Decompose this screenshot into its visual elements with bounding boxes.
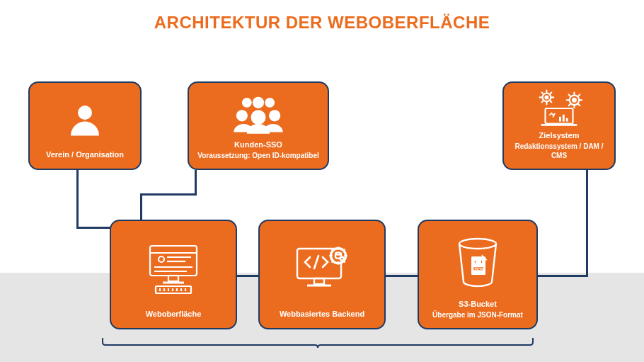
- svg-line-26: [578, 95, 580, 96]
- svg-point-5: [269, 111, 280, 122]
- svg-line-14: [550, 101, 551, 103]
- svg-point-4: [236, 111, 248, 122]
- svg-line-16: [550, 93, 551, 94]
- svg-line-25: [569, 104, 570, 106]
- svg-point-6: [251, 111, 266, 125]
- svg-rect-30: [563, 115, 565, 122]
- card-organisation: Verein / Organisation: [28, 81, 142, 170]
- bucket-json-icon: JSON: [427, 228, 528, 298]
- svg-line-24: [578, 104, 580, 106]
- svg-rect-50: [314, 278, 324, 284]
- card-label: Webbasiertes Backend: [280, 310, 364, 319]
- svg-point-1: [242, 98, 252, 108]
- card-label: Weboberfläche: [146, 310, 202, 319]
- svg-rect-39: [168, 276, 178, 281]
- card-label: Zielsystem: [539, 131, 580, 141]
- svg-line-15: [542, 101, 544, 103]
- connector: [140, 193, 197, 196]
- desktop-ui-icon: [120, 228, 227, 308]
- card-label: Kunden-SSO: [234, 140, 282, 150]
- diagram-stage: Verein / Organisation Kunden-SSO Vorauss…: [0, 0, 644, 362]
- svg-point-2: [265, 98, 275, 108]
- users-group-icon: [197, 90, 319, 139]
- svg-rect-29: [559, 117, 561, 122]
- svg-text:JSON: JSON: [473, 267, 483, 271]
- svg-rect-31: [566, 118, 568, 122]
- card-sublabel: Redaktionssystem / DAM / CMS: [512, 142, 606, 160]
- gears-laptop-icon: [512, 87, 606, 130]
- connector: [76, 170, 79, 227]
- svg-point-0: [78, 106, 92, 120]
- card-sublabel: Übergabe im JSON-Format: [432, 311, 523, 320]
- connector: [586, 170, 588, 276]
- user-icon: [38, 90, 132, 149]
- code-monitor-icon: [268, 228, 376, 308]
- card-sso: Kunden-SSO Voraussetzung: Open ID-kompat…: [188, 81, 329, 170]
- card-sublabel: Voraussetzung: Open ID-kompatibel: [197, 152, 319, 161]
- connector: [195, 170, 197, 195]
- card-backend: Webbasiertes Backend: [258, 220, 386, 329]
- card-web-ui: Weboberfläche: [110, 220, 237, 329]
- grouping-brace: [99, 336, 545, 351]
- card-label: S3-Bucket: [459, 300, 497, 310]
- connector: [382, 275, 421, 277]
- card-bucket: JSON S3-Bucket Übergabe im JSON-Format: [418, 220, 538, 329]
- svg-point-64: [459, 239, 496, 249]
- connector: [534, 275, 588, 277]
- connector: [234, 275, 262, 277]
- svg-point-18: [573, 98, 576, 102]
- svg-line-23: [569, 95, 570, 96]
- svg-line-13: [542, 93, 544, 94]
- card-label: Verein / Organisation: [46, 150, 124, 160]
- svg-point-3: [253, 97, 264, 108]
- svg-point-34: [159, 256, 164, 262]
- card-target-system: Zielsystem Redaktionssystem / DAM / CMS: [502, 81, 616, 170]
- svg-point-8: [546, 96, 548, 99]
